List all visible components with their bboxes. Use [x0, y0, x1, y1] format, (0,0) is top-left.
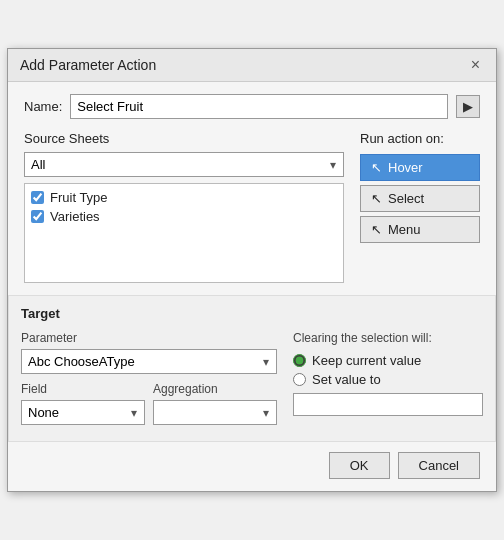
select-icon: ↖ [371, 191, 382, 206]
target-label: Target [21, 306, 483, 321]
set-value-input[interactable] [293, 393, 483, 416]
name-label: Name: [24, 99, 62, 114]
field-row: Field None Aggregation [21, 382, 277, 431]
varieties-checkbox[interactable] [31, 210, 44, 223]
name-arrow-button[interactable]: ▶ [456, 95, 480, 118]
run-action-buttons: ↖ Hover ↖ Select ↖ Menu [360, 154, 480, 243]
dialog-body: Name: ▶ Source Sheets All Fruit Type [8, 82, 496, 295]
run-action-label: Run action on: [360, 131, 480, 146]
close-button[interactable]: × [467, 57, 484, 73]
source-sheets-dropdown-wrapper: All [24, 152, 344, 177]
hover-label: Hover [388, 160, 423, 175]
parameter-dropdown-wrapper: Abc ChooseAType [21, 349, 277, 374]
hover-icon: ↖ [371, 160, 382, 175]
fruit-type-label: Fruit Type [50, 190, 108, 205]
sheets-list: Fruit Type Varieties [24, 183, 344, 283]
name-row: Name: ▶ [24, 94, 480, 119]
menu-label: Menu [388, 222, 421, 237]
field-label: Field [21, 382, 145, 396]
source-sheets-panel: Source Sheets All Fruit Type Varieties [24, 131, 344, 283]
clearing-panel: Clearing the selection will: Keep curren… [293, 331, 483, 431]
keep-current-radio-item: Keep current value [293, 353, 483, 368]
add-parameter-action-dialog: Add Parameter Action × Name: ▶ Source Sh… [7, 48, 497, 492]
field-dropdown[interactable]: None [21, 400, 145, 425]
run-action-panel: Run action on: ↖ Hover ↖ Select ↖ Menu [360, 131, 480, 283]
keep-current-label: Keep current value [312, 353, 421, 368]
dialog-footer: OK Cancel [8, 442, 496, 491]
parameter-label: Parameter [21, 331, 277, 345]
clearing-label: Clearing the selection will: [293, 331, 483, 345]
cancel-button[interactable]: Cancel [398, 452, 480, 479]
dialog-title: Add Parameter Action [20, 57, 156, 73]
list-item: Varieties [31, 207, 337, 226]
title-bar: Add Parameter Action × [8, 49, 496, 82]
keep-current-radio[interactable] [293, 354, 306, 367]
menu-icon: ↖ [371, 222, 382, 237]
target-left: Parameter Abc ChooseAType Field None [21, 331, 277, 431]
hover-button[interactable]: ↖ Hover [360, 154, 480, 181]
aggregation-label: Aggregation [153, 382, 277, 396]
select-button[interactable]: ↖ Select [360, 185, 480, 212]
varieties-label: Varieties [50, 209, 100, 224]
aggregation-panel: Aggregation [153, 382, 277, 431]
field-panel: Field None [21, 382, 145, 431]
target-section: Target Parameter Abc ChooseAType Field N… [8, 295, 496, 442]
list-item: Fruit Type [31, 188, 337, 207]
parameter-dropdown[interactable]: Abc ChooseAType [21, 349, 277, 374]
source-section: Source Sheets All Fruit Type Varieties [24, 131, 480, 283]
aggregation-dropdown[interactable] [153, 400, 277, 425]
name-input[interactable] [70, 94, 448, 119]
target-inner: Parameter Abc ChooseAType Field None [21, 331, 483, 431]
set-value-radio-item: Set value to [293, 372, 483, 387]
fruit-type-checkbox[interactable] [31, 191, 44, 204]
aggregation-dropdown-wrapper [153, 400, 277, 425]
ok-button[interactable]: OK [329, 452, 390, 479]
field-dropdown-wrapper: None [21, 400, 145, 425]
select-label: Select [388, 191, 424, 206]
source-sheets-dropdown[interactable]: All [24, 152, 344, 177]
set-value-label: Set value to [312, 372, 381, 387]
menu-button[interactable]: ↖ Menu [360, 216, 480, 243]
set-value-radio[interactable] [293, 373, 306, 386]
source-sheets-label: Source Sheets [24, 131, 344, 146]
